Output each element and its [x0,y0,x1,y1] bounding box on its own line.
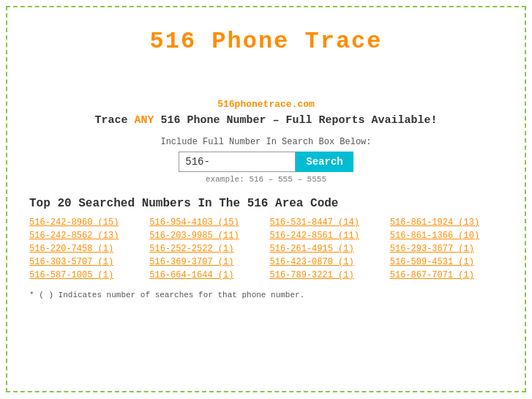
tagline-end: 516 Phone Number – Full Reports Availabl… [154,114,437,127]
number-link[interactable]: 516-587-1005 (1) [29,270,142,280]
search-row: Search [29,152,503,172]
number-link[interactable]: 516-220-7458 (1) [29,244,142,254]
search-label: Include Full Number In Search Box Below: [29,137,503,147]
number-link[interactable]: 516-303-5707 (1) [29,257,142,267]
search-example: example: 516 – 555 – 5555 [29,175,503,184]
number-link[interactable]: 516-664-1644 (1) [149,270,262,280]
number-link[interactable]: 516-423-0870 (1) [270,257,383,267]
search-input[interactable] [179,152,296,172]
numbers-grid: 516-242-8960 (15)516-954-4103 (15)516-53… [29,217,503,280]
number-link[interactable]: 516-261-4915 (1) [270,244,383,254]
number-link[interactable]: 516-789-3221 (1) [270,270,383,280]
number-link[interactable]: 516-252-2522 (1) [149,244,262,254]
number-link[interactable]: 516-867-7071 (1) [390,270,503,280]
tagline-any: ANY [134,114,154,127]
tagline-start: Trace [94,114,134,127]
number-link[interactable]: 516-242-8561 (11) [270,231,383,241]
number-link[interactable]: 516-242-8562 (13) [29,231,142,241]
number-link[interactable]: 516-531-8447 (14) [270,217,383,228]
number-link[interactable]: 516-203-9985 (11) [149,231,262,241]
page-container: 516 Phone Trace 516phonetrace.com Trace … [6,6,526,392]
number-link[interactable]: 516-861-1924 (13) [390,217,503,228]
number-link[interactable]: 516-954-4103 (15) [149,217,262,228]
number-link[interactable]: 516-242-8960 (15) [29,217,142,228]
search-button[interactable]: Search [296,152,353,172]
number-link[interactable]: 516-861-1366 (10) [390,231,503,241]
section-title: Top 20 Searched Numbers In The 516 Area … [29,197,503,210]
site-url: 516phonetrace.com [29,99,503,110]
page-title: 516 Phone Trace [29,28,503,55]
number-link[interactable]: 516-293-3677 (1) [390,244,503,254]
number-link[interactable]: 516-509-4531 (1) [390,257,503,267]
tagline: Trace ANY 516 Phone Number – Full Report… [29,114,503,127]
number-link[interactable]: 516-369-3707 (1) [149,257,262,267]
footnote: * ( ) Indicates number of searches for t… [29,291,503,299]
